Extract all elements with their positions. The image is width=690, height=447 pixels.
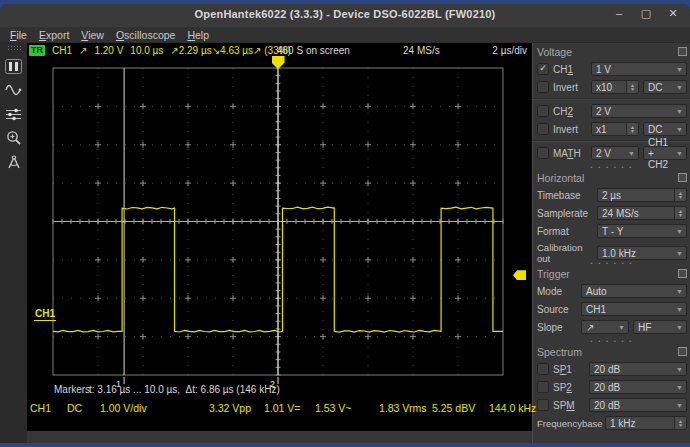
trigger-mode-select[interactable]: Auto▼ <box>581 284 687 298</box>
close-button[interactable]: ✕ <box>666 7 680 20</box>
spinner-arrows-icon[interactable]: ▲▼ <box>626 123 638 135</box>
spm-magnitude-select[interactable]: 20 dB▼ <box>589 398 687 412</box>
spinner-arrows-icon[interactable]: ▲▼ <box>626 81 638 93</box>
trigger-position-value: 10.0 µs <box>130 45 163 56</box>
dock-float-icon[interactable] <box>678 173 687 182</box>
ch1-probe-spinner[interactable]: x10▲▼ <box>591 80 639 94</box>
ch1-gain-select[interactable]: 1 V▼ <box>591 62 687 76</box>
trigger-mode-label: Mode <box>537 286 577 297</box>
trigger-slope-select[interactable]: ↗▼ <box>581 320 629 334</box>
ch1-coupling-select[interactable]: DC▼ <box>643 80 687 94</box>
format-select[interactable]: T - Y▼ <box>597 224 687 238</box>
samples-on-screen: 480 S on screen <box>277 45 350 56</box>
offset-levels-icon <box>5 108 22 121</box>
math-checkbox[interactable] <box>537 147 549 159</box>
math-label: MATH <box>553 148 587 159</box>
spm-checkbox[interactable] <box>537 399 549 411</box>
format-label: Format <box>537 226 593 237</box>
ch2-invert-label: Invert <box>553 124 587 135</box>
samplerate-label: Samplerate <box>537 208 593 219</box>
ch2-coupling-select[interactable]: DC▼ <box>643 122 687 136</box>
spinner-arrows-icon[interactable]: ▲▼ <box>674 417 686 429</box>
scope-display[interactable]: 12 TR CH1 ↗ 1.20 V 10.0 µs ↗2.29 µs↘4.63… <box>27 43 532 431</box>
trigger-section-title: Trigger <box>537 268 570 280</box>
sp2-label: SP2 <box>553 382 585 393</box>
frequencybase-label: Frequencybase <box>537 418 601 429</box>
ch1-invert-checkbox[interactable] <box>537 81 549 93</box>
zoom-in-icon <box>6 130 22 146</box>
toolbar-drag-handle[interactable] <box>7 45 21 51</box>
trigger-level-value: 1.20 V <box>94 45 123 56</box>
ch2-invert-checkbox[interactable] <box>537 123 549 135</box>
samplerate-readout: 24 MS/s <box>403 45 440 56</box>
trigger-source-label: Source <box>537 304 577 315</box>
chevron-down-icon: ▼ <box>676 66 686 73</box>
pulse-width-info: ↗2.29 µs↘4.63 µs↗ (33%) <box>170 45 291 56</box>
trigger-source-select[interactable]: CH1▼ <box>581 302 687 316</box>
maximize-button[interactable]: ▢ <box>639 7 653 20</box>
left-toolbar <box>0 43 27 443</box>
voltage-dock-button[interactable] <box>3 79 25 101</box>
scope-graticule[interactable]: 12 <box>27 43 532 431</box>
meas-vdc: 1.01 V= <box>264 402 301 414</box>
spinner-arrows-icon[interactable]: ▲▼ <box>674 207 686 219</box>
pause-button[interactable] <box>3 55 25 77</box>
frequencybase-spinner[interactable]: 1 kHz▲▼ <box>605 416 687 430</box>
menu-file[interactable]: File <box>4 29 33 41</box>
ch2-probe-spinner[interactable]: x1▲▼ <box>591 122 639 136</box>
dock-separator[interactable] <box>537 338 687 344</box>
chevron-down-icon: ▼ <box>676 384 686 391</box>
zoom-button[interactable] <box>3 127 25 149</box>
menu-export[interactable]: Export <box>33 29 75 41</box>
dock-float-icon[interactable] <box>678 347 687 356</box>
meas-channel: CH1 <box>30 402 51 414</box>
window-title: OpenHantek6022 (3.3.3) - Device DSO-6022… <box>0 8 690 20</box>
chevron-down-icon: ▼ <box>676 250 686 257</box>
ch1-invert-label: Invert <box>553 82 587 93</box>
ch2-gain-select[interactable]: 2 V▼ <box>591 104 687 118</box>
levels-dock-button[interactable] <box>3 103 25 125</box>
meas-frequency: 144.0 kHz <box>489 402 536 414</box>
minimize-button[interactable]: – <box>612 7 626 20</box>
chevron-down-icon: ▼ <box>676 324 686 331</box>
chevron-down-icon: ▼ <box>676 150 686 157</box>
meas-gain: 1.00 V/div <box>100 402 147 414</box>
meas-dbv: 5.25 dBV <box>432 402 475 414</box>
horizontal-section-title: Horizontal <box>537 172 584 184</box>
menu-help[interactable]: Help <box>181 29 215 41</box>
chevron-down-icon: ▼ <box>676 228 686 235</box>
meas-vrms: 1.83 Vrms <box>379 402 426 414</box>
sp1-label: SP1 <box>553 364 585 375</box>
spinner-arrows-icon[interactable]: ▲▼ <box>674 189 686 201</box>
timebase-spinner[interactable]: 2 µs▲▼ <box>597 188 687 202</box>
chevron-down-icon: ▼ <box>628 150 638 157</box>
title-bar[interactable]: OpenHantek6022 (3.3.3) - Device DSO-6022… <box>0 4 690 27</box>
ch1-checkbox[interactable]: ✓ <box>537 63 549 75</box>
measure-button[interactable] <box>3 151 25 173</box>
calibration-out-select[interactable]: 1.0 kHz▼ <box>597 246 687 260</box>
dock-float-icon[interactable] <box>678 47 687 56</box>
spectrum-section-title: Spectrum <box>537 346 582 358</box>
ch1-offset-label[interactable]: CH1 <box>34 308 56 321</box>
sp2-checkbox[interactable] <box>537 381 549 393</box>
measure-icon <box>6 155 22 170</box>
meas-coupling: DC <box>67 402 82 414</box>
samplerate-spinner[interactable]: 24 MS/s▲▼ <box>597 206 687 220</box>
ch2-checkbox[interactable] <box>537 105 549 117</box>
menu-oscilloscope[interactable]: Oscilloscope <box>110 29 182 41</box>
math-gain-select[interactable]: 2 V▼ <box>591 146 639 160</box>
trigger-slope-icon: ↗ <box>79 45 87 56</box>
pause-icon <box>5 59 22 74</box>
sp1-checkbox[interactable] <box>537 363 549 375</box>
chevron-down-icon: ▼ <box>676 366 686 373</box>
app-window: OpenHantek6022 (3.3.3) - Device DSO-6022… <box>0 4 690 443</box>
meas-vac: 1.53 V~ <box>315 402 352 414</box>
chevron-down-icon: ▼ <box>676 126 686 133</box>
sp2-magnitude-select[interactable]: 20 dB▼ <box>589 380 687 394</box>
menu-view[interactable]: View <box>75 29 110 41</box>
dock-float-icon[interactable] <box>678 269 687 278</box>
math-mode-select[interactable]: CH1 + CH2▼ <box>643 146 687 160</box>
chevron-down-icon: ▼ <box>676 288 686 295</box>
trigger-filter-select[interactable]: HF▼ <box>633 320 687 334</box>
sp1-magnitude-select[interactable]: 20 dB▼ <box>589 362 687 376</box>
